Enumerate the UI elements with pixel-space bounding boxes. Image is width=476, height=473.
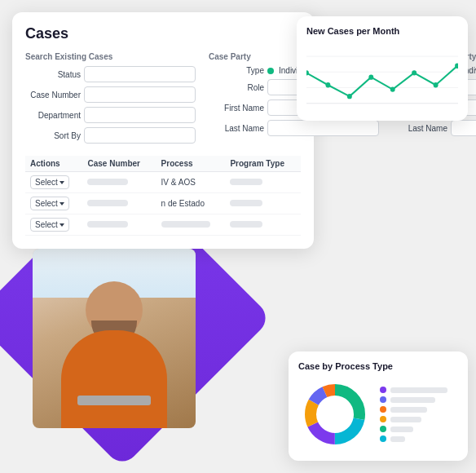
last-name-label: Last Name [209,124,264,133]
search-section: Search Existing Cases Status Case Number… [25,52,301,148]
status-input[interactable] [84,66,196,82]
chart-point [390,86,395,91]
donut-chart-title: Case by Process Type [298,361,458,371]
donut-chart-card: Case by Process Type [289,351,468,461]
search-label: Search Existing Cases [25,52,196,61]
type-label: Type [209,66,264,75]
select-button-3[interactable]: Select [30,218,69,232]
legend-item-3 [380,406,447,413]
col-program-type: Program Type [225,156,301,172]
legend-bar-5 [390,427,413,432]
svg-point-10 [322,401,348,427]
table-row: Select n de Estado [25,193,301,214]
donut-svg [298,378,372,451]
sort-by-label: Sort By [25,131,81,140]
col-case-number: Case Number [82,156,156,172]
process-cell-3 [161,221,210,228]
legend-dot-3 [380,406,386,413]
search-col: Search Existing Cases Status Case Number… [25,52,196,148]
add-last-name-label: Last Name [392,124,447,133]
col-actions: Actions [25,156,82,172]
line-chart-svg [306,42,458,108]
legend-bar-3 [390,407,427,413]
program-type-cell-2 [230,200,262,206]
legend-bar-6 [390,436,405,442]
legend-item-2 [380,396,447,403]
legend-dot-6 [380,435,386,442]
chart-point [325,82,330,87]
table-row: Select [25,214,301,236]
case-number-input[interactable] [84,86,196,103]
case-number-label: Case Number [25,91,81,99]
sort-by-row: Sort By [25,127,196,144]
add-last-name-row: Last Name [392,120,476,136]
legend-bar-4 [390,417,421,422]
process-cell-1: IV & AOS [156,172,226,193]
chart-point [347,94,352,99]
individual-radio-selected[interactable] [267,68,274,74]
case-number-cell-2 [87,200,128,206]
legend-item-5 [380,426,447,432]
last-name-row: Last Name [209,120,379,136]
donut-content [298,378,458,451]
line-chart-title: New Cases per Month [306,26,458,36]
add-last-name-input[interactable] [451,120,476,136]
case-number-row: Case Number [25,86,196,103]
legend-items [380,387,447,442]
col-process: Process [156,156,226,172]
chart-point [412,70,416,75]
legend-bar-2 [390,397,435,403]
line-chart-card: New Cases per Month [297,16,468,121]
process-cell-2: n de Estado [156,193,226,214]
person-photo [33,249,196,428]
cases-card: Cases Search Existing Cases Status Case … [12,12,314,249]
legend-bar-1 [390,387,447,393]
status-label: Status [25,70,81,79]
case-number-cell-3 [87,221,128,228]
department-input[interactable] [84,107,196,123]
legend-dot-1 [380,387,386,393]
chart-point [368,74,373,79]
legend-dot-5 [380,426,386,432]
role-label: Role [209,83,264,92]
program-type-cell-3 [230,221,262,228]
sort-by-input[interactable] [84,127,196,144]
legend-item-4 [380,416,447,422]
last-name-input[interactable] [267,120,379,136]
department-label: Department [25,111,81,120]
select-button-2[interactable]: Select [30,197,69,210]
chart-point [434,82,439,87]
legend-item-1 [380,387,447,393]
first-name-label: First Name [209,104,264,113]
legend-item-6 [380,435,447,442]
select-arrow-1 [60,181,64,184]
select-arrow-3 [60,223,64,227]
status-row: Status [25,66,196,82]
department-row: Department [25,107,196,123]
cases-table: Actions Case Number Process Program Type… [25,156,301,236]
program-type-cell-1 [230,179,262,185]
case-number-cell-1 [87,179,128,185]
legend-dot-4 [380,416,386,422]
cases-title: Cases [25,25,301,42]
legend-dot-2 [380,396,386,403]
table-row: Select IV & AOS [25,172,301,193]
select-arrow-2 [60,202,64,206]
select-button-1[interactable]: Select [30,175,69,189]
